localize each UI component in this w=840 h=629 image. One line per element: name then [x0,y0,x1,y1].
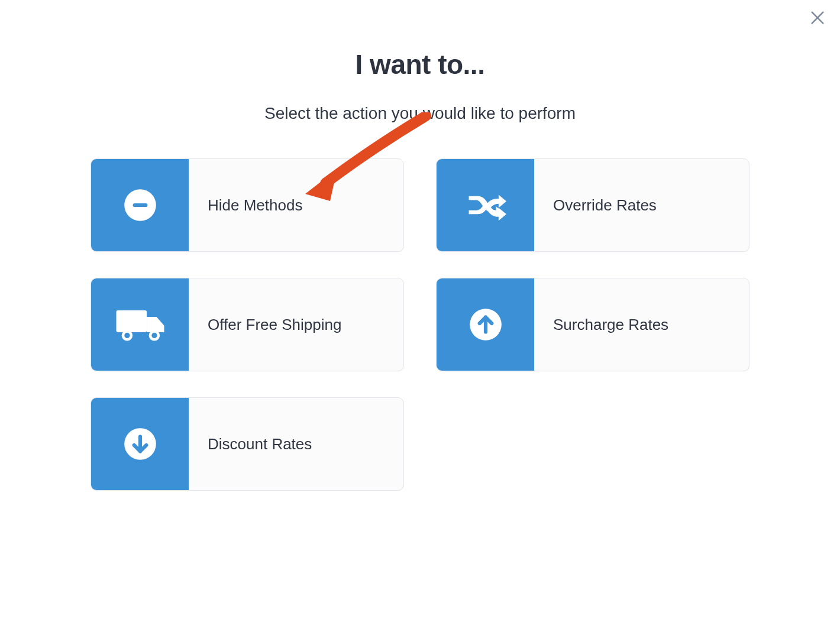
arrow-down-circle-icon [121,424,160,463]
svg-point-8 [151,333,157,338]
card-label: Surcharge Rates [534,278,749,371]
card-icon-box [437,278,534,371]
card-surcharge-rates[interactable]: Surcharge Rates [436,278,749,371]
page-subtitle: Select the action you would like to perf… [0,104,840,123]
card-label: Discount Rates [189,398,403,490]
card-label: Override Rates [534,159,749,251]
shuffle-icon [465,184,506,226]
card-icon-box [437,159,534,251]
card-offer-free-shipping[interactable]: Offer Free Shipping [91,278,404,371]
card-icon-box [91,159,189,251]
svg-point-6 [124,333,130,338]
card-override-rates[interactable]: Override Rates [436,158,749,252]
close-icon [809,9,826,26]
modal-content: I want to... Select the action you would… [0,0,840,491]
action-grid: Hide Methods Override Rates [0,158,840,491]
card-icon-box [91,278,189,371]
card-discount-rates[interactable]: Discount Rates [91,397,404,491]
page-title: I want to... [0,48,840,80]
truck-icon [113,303,167,346]
close-button[interactable] [806,6,829,30]
svg-rect-3 [133,203,147,207]
minus-circle-icon [121,186,160,225]
card-icon-box [91,398,189,490]
card-label: Hide Methods [189,159,403,251]
arrow-up-circle-icon [466,305,505,344]
card-label: Offer Free Shipping [189,278,403,371]
svg-rect-4 [116,310,147,332]
card-hide-methods[interactable]: Hide Methods [91,158,404,252]
